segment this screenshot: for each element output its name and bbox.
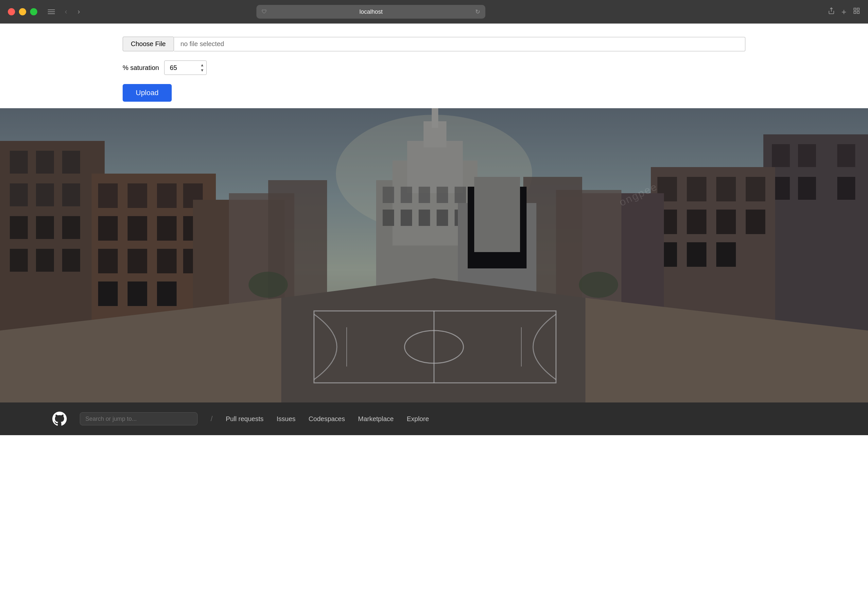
no-file-label: no file selected xyxy=(180,40,224,48)
shield-icon: 🛡 xyxy=(262,9,267,15)
spinner-buttons: ▲ ▼ xyxy=(199,63,205,73)
saturation-input-wrap: ▲ ▼ xyxy=(164,60,207,75)
reload-button[interactable]: ↻ xyxy=(475,8,480,16)
footer-nav-pull-requests[interactable]: Pull requests xyxy=(226,415,264,423)
footer-nav-codespaces[interactable]: Codespaces xyxy=(309,415,345,423)
new-tab-button[interactable]: + xyxy=(842,7,846,17)
file-row: Choose File no file selected xyxy=(123,37,745,51)
browser-actions: + xyxy=(828,7,860,17)
share-button[interactable] xyxy=(828,7,835,16)
footer-slash: / xyxy=(211,415,213,423)
github-search-input[interactable] xyxy=(80,412,197,425)
spinner-up-button[interactable]: ▲ xyxy=(199,63,205,67)
image-section: ongpee xyxy=(0,108,868,403)
url-text: localhost xyxy=(270,8,473,16)
grid-view-button[interactable] xyxy=(853,7,860,16)
file-name-display: no file selected xyxy=(174,37,745,51)
traffic-lights xyxy=(8,8,37,16)
fullscreen-button[interactable] xyxy=(30,8,37,16)
address-bar[interactable]: 🛡 localhost ↻ xyxy=(256,5,485,19)
choose-file-button[interactable]: Choose File xyxy=(123,37,174,51)
upload-button[interactable]: Upload xyxy=(123,84,172,102)
back-button[interactable]: ‹ xyxy=(62,6,70,17)
svg-rect-92 xyxy=(0,108,868,403)
github-footer-nav: Pull requests Issues Codespaces Marketpl… xyxy=(226,415,429,423)
footer-nav-explore[interactable]: Explore xyxy=(407,415,429,423)
github-logo-icon xyxy=(52,412,67,426)
page-content: Choose File no file selected % saturatio… xyxy=(0,23,868,448)
form-section: Choose File no file selected % saturatio… xyxy=(0,37,868,102)
footer-nav-issues[interactable]: Issues xyxy=(277,415,296,423)
forward-button[interactable]: › xyxy=(75,6,82,17)
svg-rect-2 xyxy=(854,11,856,13)
svg-rect-1 xyxy=(857,8,859,10)
sidebar-toggle-button[interactable] xyxy=(48,8,57,16)
footer-nav-marketplace[interactable]: Marketplace xyxy=(358,415,394,423)
close-button[interactable] xyxy=(8,8,15,16)
saturation-row: % saturation ▲ ▼ xyxy=(123,60,745,75)
spinner-down-button[interactable]: ▼ xyxy=(199,68,205,73)
svg-rect-3 xyxy=(857,11,859,13)
github-footer: / Pull requests Issues Codespaces Market… xyxy=(0,403,868,435)
saturation-label: % saturation xyxy=(123,64,159,71)
browser-chrome: ‹ › 🛡 localhost ↻ + xyxy=(0,0,868,23)
city-image: ongpee xyxy=(0,108,868,403)
svg-rect-0 xyxy=(854,8,856,10)
minimize-button[interactable] xyxy=(19,8,26,16)
